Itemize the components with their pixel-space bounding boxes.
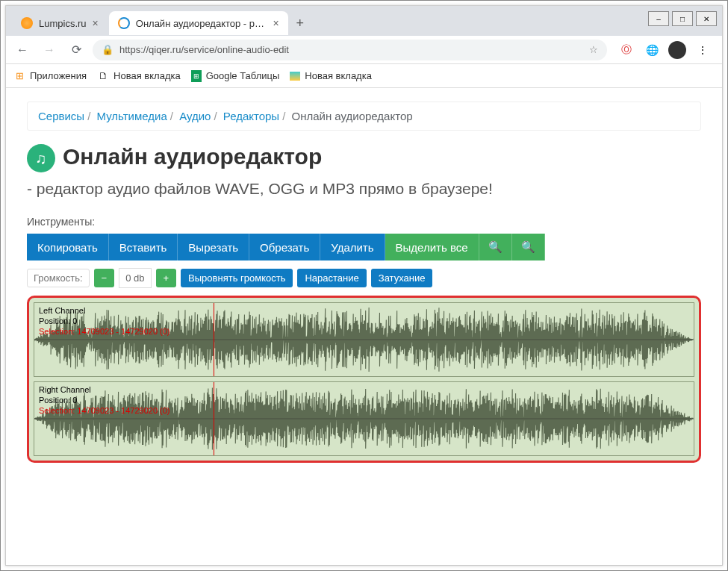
paste-button[interactable]: Вставить	[109, 234, 178, 260]
volume-up-button[interactable]: +	[156, 269, 177, 287]
sheets-icon: ⊞	[191, 70, 202, 82]
bookmark-item[interactable]: Новая вкладка	[290, 70, 372, 81]
lock-icon: 🔒	[102, 44, 113, 55]
fade-in-button[interactable]: Нарастание	[297, 269, 366, 287]
page-subtitle: - редактор аудио файлов WAVE, OGG и MP3 …	[27, 180, 493, 198]
new-tab-button[interactable]: +	[290, 13, 311, 34]
minimize-button[interactable]: –	[648, 11, 669, 26]
channel-name: Right Channel	[39, 385, 91, 394]
zoom-in-icon: 🔍	[488, 240, 503, 253]
bookmark-item[interactable]: ⊞ Google Таблицы	[191, 70, 280, 82]
back-button[interactable]: ←	[12, 40, 33, 60]
url-text: https://qiqer.ru/service/online-audio-ed…	[119, 44, 289, 55]
volume-down-button[interactable]: −	[94, 269, 115, 287]
select-all-button[interactable]: Выделить все	[385, 234, 479, 260]
fade-out-button[interactable]: Затухание	[371, 269, 433, 287]
zoom-out-button[interactable]: 🔍	[512, 234, 545, 260]
selection-text: Selection: 14709023 - 14729020 (0)	[39, 406, 170, 415]
cut-button[interactable]: Вырезать	[178, 234, 249, 260]
breadcrumb-link[interactable]: Аудио	[179, 110, 211, 122]
bookmark-item[interactable]: 🗋 Новая вкладка	[97, 70, 181, 82]
page-content: Сервисы/ Мультимедиа/ Аудио/ Редакторы/ …	[6, 88, 722, 565]
delete-button[interactable]: Удалить	[320, 234, 385, 260]
tools-label: Инструменты:	[27, 216, 701, 228]
waveform-editor[interactable]: Left Channel Position: 0 Selection: 1470…	[27, 296, 701, 463]
copy-button[interactable]: Копировать	[27, 234, 109, 260]
music-note-icon: ♫	[27, 144, 55, 172]
favicon-icon	[118, 17, 130, 29]
bookmark-apps[interactable]: ⊞ Приложения	[13, 70, 87, 82]
page-title: Онлайн аудиоредактор	[63, 144, 322, 169]
picture-icon	[290, 72, 300, 81]
bookmark-label: Новая вкладка	[305, 70, 372, 81]
reload-button[interactable]: ⟳	[66, 40, 87, 60]
toolbar-main: Копировать Вставить Вырезать Обрезать Уд…	[27, 234, 701, 260]
bookmark-star-icon[interactable]: ☆	[589, 44, 598, 55]
playhead[interactable]	[214, 382, 214, 455]
address-row: ← → ⟳ 🔒 https://qiqer.ru/service/online-…	[6, 36, 722, 64]
extension-icons: Ⓞ 🌐 ⋮	[613, 41, 716, 59]
page-icon: 🗋	[97, 70, 109, 82]
position-value: 0	[72, 396, 77, 405]
zoom-in-button[interactable]: 🔍	[479, 234, 512, 260]
position-label: Position:	[39, 316, 70, 325]
bookmark-label: Приложения	[30, 70, 87, 81]
forward-button[interactable]: →	[39, 40, 60, 60]
channel-label: Left Channel Position: 0 Selection: 1470…	[39, 306, 170, 337]
breadcrumb: Сервисы/ Мультимедиа/ Аудио/ Редакторы/ …	[27, 102, 701, 131]
close-window-button[interactable]: ✕	[696, 11, 717, 26]
profile-avatar[interactable]	[668, 41, 686, 59]
volume-value: 0 db	[119, 268, 151, 288]
apps-icon: ⊞	[13, 70, 25, 82]
breadcrumb-current: Онлайн аудиоредактор	[291, 110, 412, 122]
crop-button[interactable]: Обрезать	[249, 234, 320, 260]
extension-globe-icon[interactable]: 🌐	[643, 41, 661, 59]
menu-button[interactable]: ⋮	[694, 41, 712, 59]
bookmark-label: Новая вкладка	[113, 70, 181, 81]
titlebar-controls: – □ ✕	[648, 11, 717, 26]
close-tab-icon[interactable]: ×	[273, 17, 279, 29]
browser-tab[interactable]: Lumpics.ru ×	[12, 11, 108, 35]
tab-strip: Lumpics.ru × Онлайн аудиоредактор - реда…	[6, 6, 722, 36]
zoom-out-icon: 🔍	[521, 240, 535, 253]
favicon-icon	[21, 17, 33, 29]
channel-name: Left Channel	[39, 306, 85, 315]
position-value: 0	[72, 316, 77, 325]
toolbar-volume: Громкость: − 0 db + Выровнять громкость …	[27, 268, 701, 288]
close-tab-icon[interactable]: ×	[93, 17, 99, 29]
normalize-button[interactable]: Выровнять громкость	[181, 269, 293, 287]
page-title-row: ♫ Онлайн аудиоредактор - редактор аудио …	[27, 144, 701, 198]
window-frame: – □ ✕ Lumpics.ru × Онлайн аудиоредактор …	[0, 0, 728, 571]
breadcrumb-link[interactable]: Редакторы	[223, 110, 279, 122]
address-bar[interactable]: 🔒 https://qiqer.ru/service/online-audio-…	[93, 40, 607, 60]
breadcrumb-link[interactable]: Мультимедиа	[97, 110, 167, 122]
bookmarks-bar: ⊞ Приложения 🗋 Новая вкладка ⊞ Google Та…	[6, 64, 722, 88]
playhead[interactable]	[214, 303, 214, 376]
channel-label: Right Channel Position: 0 Selection: 147…	[39, 385, 170, 416]
browser-window: Lumpics.ru × Онлайн аудиоредактор - реда…	[5, 5, 723, 566]
breadcrumb-link[interactable]: Сервисы	[38, 110, 84, 122]
browser-tab-active[interactable]: Онлайн аудиоредактор - редак ×	[109, 11, 288, 35]
volume-label: Громкость:	[27, 269, 90, 287]
tab-title: Lumpics.ru	[39, 18, 87, 29]
position-label: Position:	[39, 396, 70, 405]
bookmark-label: Google Таблицы	[206, 70, 280, 81]
extension-opera-icon[interactable]: Ⓞ	[617, 41, 635, 59]
maximize-button[interactable]: □	[672, 11, 693, 26]
left-channel[interactable]: Left Channel Position: 0 Selection: 1470…	[34, 302, 694, 377]
tab-title: Онлайн аудиоредактор - редак	[136, 18, 267, 29]
selection-text: Selection: 14709023 - 14729020 (0)	[39, 327, 170, 336]
right-channel[interactable]: Right Channel Position: 0 Selection: 147…	[34, 381, 694, 456]
